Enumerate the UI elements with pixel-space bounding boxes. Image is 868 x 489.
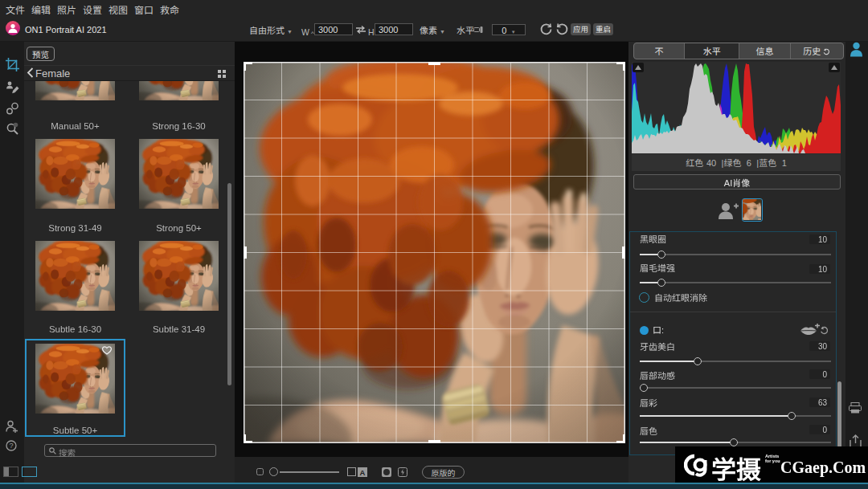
- svg-text:?: ?: [9, 442, 13, 450]
